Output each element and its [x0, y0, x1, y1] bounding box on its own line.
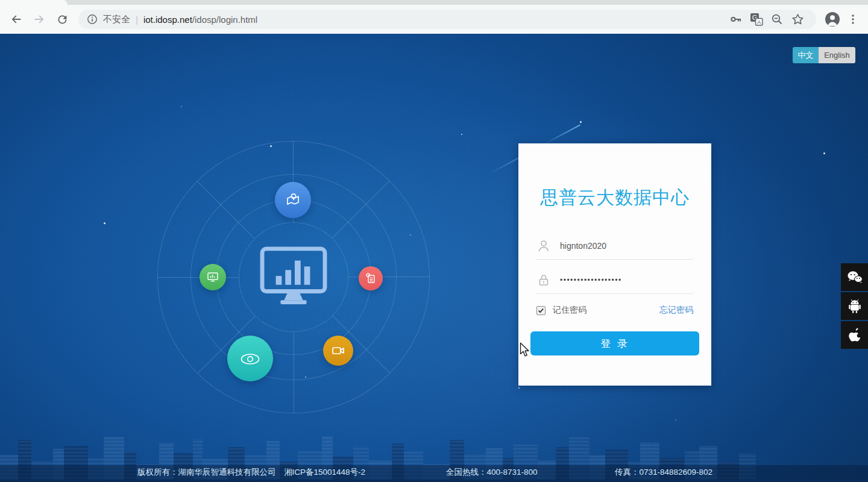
monitor-bar-chart-icon	[258, 245, 329, 309]
login-card: 思普云大数据中心 hignton2020 ••••••••••••••••••	[518, 143, 711, 386]
address-bar[interactable]: 不安全 | iot.idosp.net/idosp/login.html G A	[78, 10, 816, 29]
login-button[interactable]: 登 录	[530, 331, 699, 355]
map-location-icon	[283, 190, 303, 210]
bookmark-star-icon[interactable]	[787, 10, 808, 29]
reload-icon	[56, 13, 69, 26]
footer-bar	[0, 465, 868, 482]
person-icon	[536, 239, 551, 253]
lang-chinese-button[interactable]: 中文	[793, 47, 819, 63]
svg-text:A: A	[757, 19, 761, 25]
active-tab[interactable]	[0, 0, 68, 5]
footer-copyright: 版权所有：湖南华辰智通科技有限公司 湘ICP备15001448号-2	[137, 467, 365, 478]
screen: 不安全 | iot.idosp.net/idosp/login.html G A	[0, 0, 868, 482]
browser-toolbar: 不安全 | iot.idosp.net/idosp/login.html G A	[0, 5, 868, 34]
wechat-icon	[846, 270, 863, 284]
password-value[interactable]: ••••••••••••••••••	[560, 273, 693, 287]
language-toggle: 中文 English	[793, 47, 855, 63]
zoom-out-icon[interactable]	[767, 10, 787, 29]
url-host: iot.idosp.net	[143, 14, 192, 25]
apple-icon	[848, 327, 861, 343]
checkmark-icon	[538, 307, 544, 314]
password-field[interactable]: ••••••••••••••••••	[536, 273, 693, 294]
login-options-row: 记住密码 忘记密码	[536, 305, 693, 316]
footer-hotline: 全国热线：400-8731-800	[446, 467, 538, 478]
forward-icon	[33, 13, 46, 26]
device-monitor-icon	[206, 270, 220, 284]
url-path: /idosp/login.html	[192, 14, 257, 25]
radar-spoke	[294, 333, 294, 413]
report-document-icon	[364, 272, 377, 285]
node-eye-monitoring	[227, 336, 273, 381]
star-dot	[675, 419, 676, 421]
star-dot	[104, 222, 105, 224]
radar-spoke	[158, 277, 238, 278]
app-download-sidebar	[841, 263, 868, 349]
star-dot	[518, 387, 520, 389]
username-value[interactable]: hignton2020	[560, 239, 693, 253]
ios-app-button[interactable]	[841, 321, 868, 349]
node-report-document	[359, 266, 383, 290]
remember-password-label[interactable]: 记住密码	[553, 305, 587, 316]
translate-icon[interactable]: G A	[746, 10, 767, 29]
android-app-button[interactable]	[841, 292, 868, 320]
wechat-button[interactable]	[841, 263, 868, 291]
footer-fax: 传真：0731-84882609-802	[615, 467, 712, 478]
eye-icon	[237, 345, 263, 372]
login-title: 思普云大数据中心	[518, 186, 711, 210]
star-dot	[580, 121, 582, 123]
back-icon	[10, 13, 23, 26]
node-map-location	[275, 182, 311, 218]
forward-button[interactable]	[28, 8, 51, 31]
remember-checkbox[interactable]	[536, 306, 546, 315]
security-label: 不安全	[103, 14, 130, 25]
browser-menu-button[interactable]	[843, 9, 863, 30]
node-device-monitor	[200, 264, 226, 290]
star-dot	[823, 152, 825, 154]
url-separator: |	[136, 14, 138, 25]
saved-password-key-icon[interactable]	[726, 10, 746, 29]
lock-icon	[536, 273, 551, 287]
back-button[interactable]	[5, 8, 28, 31]
video-camera-icon	[330, 342, 347, 359]
lang-english-button[interactable]: English	[819, 47, 855, 63]
node-video-camera	[323, 336, 353, 366]
username-field[interactable]: hignton2020	[536, 239, 693, 260]
forgot-password-link[interactable]: 忘记密码	[659, 305, 693, 316]
android-icon	[848, 298, 862, 314]
light-streak	[543, 124, 581, 145]
profile-avatar[interactable]	[822, 9, 843, 30]
login-page: 中文 English	[0, 34, 868, 482]
star-dot	[461, 134, 462, 135]
reload-button[interactable]	[51, 8, 74, 31]
page-info-icon[interactable]	[87, 14, 98, 25]
avatar-icon	[825, 11, 840, 27]
tab-strip	[0, 0, 868, 5]
star-dot	[181, 106, 182, 107]
three-dots-icon	[847, 13, 859, 25]
